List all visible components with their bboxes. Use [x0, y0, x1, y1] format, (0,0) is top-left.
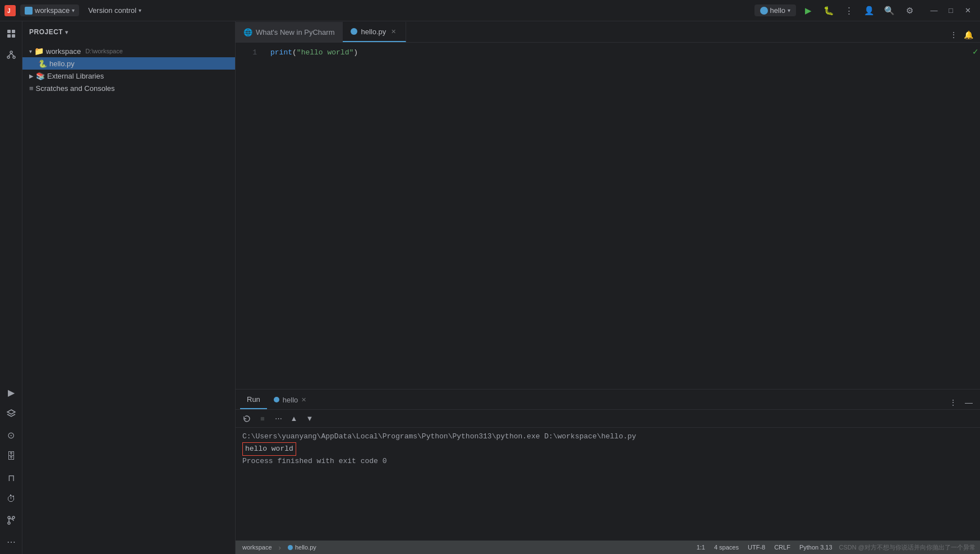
run-config[interactable]: hello ▾	[754, 4, 796, 16]
terminal-content[interactable]: C:\Users\yuanyang\AppData\Local\Programs…	[236, 428, 980, 541]
tab-hello-py[interactable]: hello.py ✕	[343, 22, 406, 42]
content-area: Project ▾ ▾ 📁 workspace D:\workspace 🐍 h…	[22, 21, 980, 554]
svg-rect-2	[7, 30, 11, 33]
tree-scratches[interactable]: ≡ Scratches and Consoles	[22, 82, 235, 94]
stop-button[interactable]: ■	[256, 412, 269, 425]
settings-button[interactable]: ⚙	[901, 3, 917, 19]
terminal-toolbar: ■ ⋯ ▲ ▼	[236, 410, 980, 428]
activity-git-icon[interactable]	[1, 510, 21, 530]
expand-icon-ext: ▶	[29, 73, 34, 79]
svg-point-7	[7, 56, 10, 58]
status-spaces-label: 4 spaces	[714, 544, 739, 551]
tab-whats-new[interactable]: 🌐 What's New in PyCharm	[236, 22, 343, 42]
status-bar: workspace › hello.py 1:1 4 spaces UTF-8	[236, 541, 980, 554]
workspace-tree-label: workspace	[46, 47, 81, 56]
status-file[interactable]: hello.py	[286, 541, 319, 554]
tab-close-hello[interactable]: ✕	[389, 28, 398, 36]
debug-button[interactable]: 🐛	[821, 3, 836, 19]
hello-tab-close[interactable]: ✕	[301, 396, 306, 404]
hello-tab-icon	[274, 397, 279, 402]
project-label: Project	[29, 28, 63, 36]
status-line-col[interactable]: 1:1	[694, 541, 707, 554]
hello-tab-label: hello	[283, 396, 298, 404]
tab-notification-icon[interactable]: 🔔	[961, 28, 976, 42]
run-config-icon	[760, 7, 768, 15]
activity-services-icon[interactable]: ⊙	[1, 425, 21, 445]
minimize-button[interactable]: —	[926, 3, 942, 19]
workspace-menu[interactable]: workspace ▾	[20, 4, 79, 16]
app-logo: J	[4, 5, 16, 16]
close-button[interactable]: ✕	[960, 3, 976, 19]
activity-clock-icon[interactable]: ⏱	[1, 489, 21, 509]
status-encoding[interactable]: UTF-8	[746, 541, 767, 554]
activity-terminal-icon[interactable]: ⊓	[1, 468, 21, 488]
svg-marker-11	[7, 410, 15, 414]
status-python-version[interactable]: Python 3.13	[797, 541, 835, 554]
code-line-1: print("hello world")	[270, 47, 964, 58]
tab-py-icon	[351, 28, 357, 35]
line-numbers: 1	[236, 43, 264, 389]
profile-button[interactable]: 👤	[861, 3, 877, 19]
svg-point-13	[8, 522, 10, 524]
workspace-icon	[25, 7, 33, 15]
title-bar: J workspace ▾ Version control ▾ hello ▾ …	[0, 0, 980, 21]
sidebar-content: ▾ 📁 workspace D:\workspace 🐍 hello.py ▶ …	[22, 43, 235, 554]
status-line-ending-label: CRLF	[774, 544, 790, 551]
editor-content: 1 print("hello world") ✓	[236, 43, 980, 389]
version-control-menu[interactable]: Version control ▾	[84, 4, 146, 16]
activity-more-icon[interactable]: ⋯	[1, 532, 21, 552]
term-more-button[interactable]: ⋯	[272, 412, 285, 425]
status-workspace[interactable]: workspace	[240, 541, 274, 554]
search-button[interactable]: 🔍	[881, 3, 897, 19]
status-file-label: hello.py	[295, 544, 316, 551]
tree-workspace-folder[interactable]: ▾ 📁 workspace D:\workspace	[22, 45, 235, 57]
hello-world-output: hello world	[242, 442, 296, 456]
version-control-label: Version control	[88, 6, 136, 15]
svg-point-8	[13, 56, 15, 58]
tab-options-icon[interactable]: ⋮	[946, 28, 961, 42]
code-editor[interactable]: print("hello world")	[264, 43, 971, 389]
rerun-button[interactable]	[240, 412, 254, 425]
hello-tab[interactable]: hello ✕	[267, 390, 313, 409]
bottom-tab-bar: Run hello ✕ ⋮ —	[236, 390, 980, 410]
maximize-button[interactable]: □	[943, 3, 959, 19]
svg-point-14	[12, 516, 15, 519]
svg-rect-5	[12, 34, 15, 38]
tab-bar-end: ⋮ 🔔	[406, 28, 980, 42]
activity-project-icon[interactable]	[1, 24, 21, 44]
output-line: hello world	[242, 442, 973, 456]
py-file-icon: 🐍	[38, 59, 47, 68]
activity-structure-icon[interactable]	[1, 45, 21, 65]
project-title[interactable]: Project ▾	[29, 28, 68, 36]
status-spaces[interactable]: 4 spaces	[712, 541, 741, 554]
tree-hello-py[interactable]: 🐍 hello.py	[22, 57, 235, 70]
svg-text:J: J	[7, 8, 11, 14]
folder-icon: 📁	[34, 47, 44, 56]
tree-external-libraries[interactable]: ▶ 📚 External Libraries	[22, 70, 235, 82]
scroll-down-button[interactable]: ▼	[303, 412, 316, 425]
run-config-name: hello	[770, 6, 785, 15]
activity-layers-icon[interactable]	[1, 404, 21, 424]
activity-database-icon[interactable]: 🗄	[1, 446, 21, 466]
exit-message: Process finished with exit code 0	[242, 456, 973, 467]
status-workspace-label: workspace	[242, 544, 272, 551]
activity-run-icon[interactable]: ▶	[1, 382, 21, 402]
editor-gutter: ✓	[971, 43, 980, 389]
status-line-col-label: 1:1	[697, 544, 705, 551]
bottom-more-icon[interactable]: ⋮	[946, 396, 960, 409]
run-button[interactable]: ▶	[800, 3, 816, 19]
cmd-text: C:\Users\yuanyang\AppData\Local\Programs…	[242, 432, 636, 441]
workspace-path: D:\workspace	[85, 48, 123, 54]
bottom-close-icon[interactable]: —	[962, 396, 976, 409]
svg-line-10	[11, 53, 14, 56]
scroll-up-button[interactable]: ▲	[287, 412, 301, 425]
status-line-ending[interactable]: CRLF	[772, 541, 793, 554]
editor-area: 🌐 What's New in PyCharm hello.py ✕ ⋮ 🔔	[236, 21, 980, 389]
more-button[interactable]: ⋮	[841, 3, 857, 19]
run-tab[interactable]: Run	[240, 390, 267, 409]
globe-icon: 🌐	[243, 28, 252, 36]
workspace-chevron: ▾	[72, 7, 75, 13]
tab-whats-new-label: What's New in PyCharm	[256, 28, 334, 36]
workspace-name: workspace	[35, 6, 70, 15]
bottom-tab-bar-end: ⋮ —	[313, 396, 980, 409]
